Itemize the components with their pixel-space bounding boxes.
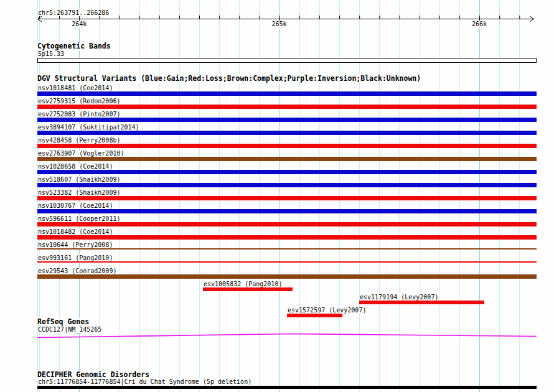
variant-bar-blue[interactable] (37, 209, 537, 213)
refseq-gene-label[interactable]: CCDC127|NM_145265 (38, 326, 103, 333)
variant-label[interactable]: nsv1030767 (Coe2014) (38, 202, 114, 209)
genome-browser-panel: chr5:263791..266286 264k265k266k Cytogen… (0, 0, 554, 392)
variant-bar-brown[interactable] (37, 157, 537, 161)
variant-bar-brown[interactable] (37, 274, 537, 279)
variant-bar-red[interactable] (37, 235, 537, 240)
variant-label[interactable]: nsv1018482 (Coe2014) (38, 228, 114, 235)
section-title-refseq-genes: RefSeq Genes (37, 318, 90, 326)
variant-label[interactable]: esv993161 (Pang2010) (38, 254, 114, 261)
variant-label[interactable]: esv1005832 (Pang2010) (204, 281, 283, 287)
variant-label[interactable]: nsv523382 (Shaikh2009) (38, 189, 121, 196)
variant-label[interactable]: nsv1018481 (Coe2014) (38, 85, 114, 91)
section-title-cytogenetic-bands: Cytogenetic Bands (37, 42, 112, 50)
variant-bar-red[interactable] (37, 105, 537, 109)
variant-label[interactable]: esv2763907 (Vogler2010) (38, 150, 125, 157)
cytoband-label: 5p15.33 (38, 50, 65, 57)
variant-label[interactable]: esv1572597 (Levy2007) (288, 307, 367, 314)
ruler-major-label: 264k (68, 21, 90, 27)
region-label: chr5:263791..266286 (38, 9, 110, 16)
decipher-entry-label[interactable]: chr5:11776854-11776854|Cri du Chat Syndr… (38, 378, 253, 385)
variant-label[interactable]: nsv1028658 (Coe2014) (38, 163, 114, 170)
refseq-gene-line[interactable] (37, 334, 537, 338)
variant-bar-red[interactable] (37, 144, 537, 148)
ruler-right-arrow-icon (530, 16, 534, 22)
variant-bar-red[interactable] (287, 314, 342, 317)
variant-bar-red[interactable] (37, 196, 537, 200)
variant-label[interactable]: esv3894107 (Suktitipat2014) (38, 124, 141, 131)
ruler-major-label: 266k (469, 21, 490, 27)
variant-label[interactable]: esv1179194 (Levy2007) (360, 294, 439, 301)
variant-bar-red[interactable] (37, 222, 537, 226)
section-title-dgv-variants: DGV Structural Variants (Blue:Gain;Red:L… (37, 75, 422, 83)
cytoband-bar[interactable] (37, 58, 537, 63)
variant-bar-blue[interactable] (37, 170, 537, 174)
decipher-bar[interactable] (37, 386, 537, 389)
variant-bar-blue[interactable] (37, 118, 537, 122)
variant-bar-red[interactable] (359, 301, 484, 304)
variant-bar-brown[interactable] (37, 248, 537, 250)
variant-label[interactable]: nsv428458 (Perry2008b) (38, 137, 121, 144)
variant-bar-red[interactable] (203, 287, 293, 291)
variant-label[interactable]: esv29543 (Conrad2009) (38, 268, 118, 274)
variant-label[interactable]: esv2752083 (Pinto2007) (38, 111, 121, 118)
ruler-major-label: 265k (269, 21, 290, 27)
variant-label[interactable]: nsv518607 (Shaikh2009) (38, 176, 121, 183)
variant-bar-red[interactable] (37, 261, 537, 263)
variant-bar-blue[interactable] (37, 131, 537, 135)
variant-bar-blue[interactable] (37, 183, 537, 187)
variant-label[interactable]: nsv596611 (Cooper2011) (38, 215, 121, 222)
variant-label[interactable]: esv2759315 (Redon2006) (38, 98, 121, 105)
variant-bar-blue[interactable] (37, 91, 537, 96)
variant-label[interactable]: nsv10644 (Perry2008) (38, 241, 114, 248)
